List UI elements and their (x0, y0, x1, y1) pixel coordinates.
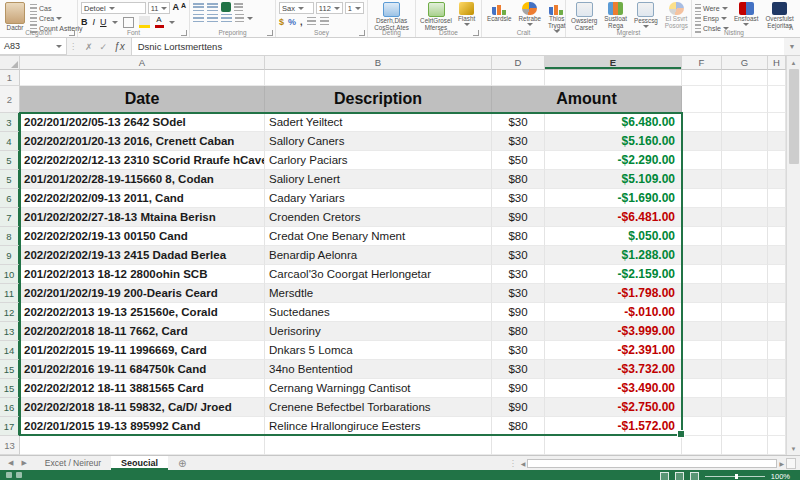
column-header-f[interactable]: F (682, 56, 722, 70)
cell[interactable] (682, 227, 722, 246)
amount-cell[interactable]: -$3.490.00 (545, 379, 682, 398)
description-cell[interactable]: Cernang Warningg Cantisot (265, 379, 492, 398)
row-header[interactable]: 5 (0, 151, 20, 170)
amount-cell[interactable]: -$.010.00 (545, 303, 682, 322)
description-cell[interactable]: 34no Bententiod (265, 360, 492, 379)
cell[interactable] (768, 417, 786, 436)
cell[interactable] (722, 322, 768, 341)
cell[interactable] (722, 265, 768, 284)
date-cell[interactable]: 201/201/202/28-19-115660 8, Codan (20, 170, 265, 189)
description-cell[interactable]: Relince Hrallongiruce Eesters (265, 417, 492, 436)
column-header-e[interactable]: E (545, 56, 682, 70)
column-header-b[interactable]: B (265, 56, 492, 70)
pivot-button-2[interactable]: Sustioat Rega (602, 2, 629, 30)
horizontal-scrollbar[interactable]: ⋮ ◀ ▶ (507, 456, 800, 470)
cell[interactable] (265, 436, 492, 455)
bold-button[interactable]: B (81, 17, 88, 27)
underline-button[interactable]: U (100, 17, 107, 27)
date-cell[interactable]: 202/202/2018 18-11 7662, Card (20, 322, 265, 341)
cell[interactable] (682, 151, 722, 170)
row-header[interactable]: 6 (0, 189, 20, 208)
d-value-cell[interactable]: $90 (492, 303, 545, 322)
zoom-slider[interactable] (705, 476, 765, 477)
percent-style-button[interactable]: % (288, 17, 296, 27)
cell[interactable] (768, 398, 786, 417)
cell[interactable] (768, 265, 786, 284)
d-value-cell[interactable]: $30 (492, 341, 545, 360)
cell[interactable] (722, 208, 768, 227)
align-right-button[interactable] (221, 14, 232, 23)
cell[interactable] (682, 284, 722, 303)
sheet-tab-1[interactable]: Excet / Neireur (35, 456, 111, 470)
dialog-launcher-icon[interactable] (267, 30, 273, 36)
format-table-button[interactable] (320, 17, 329, 26)
scroll-left-icon[interactable]: ◀ (521, 460, 526, 467)
paste-button[interactable]: Dacbr (3, 2, 27, 32)
prev-sheet-icon[interactable]: ◀ (8, 459, 13, 467)
font-size-select[interactable]: 11 (148, 2, 171, 14)
next-sheet-icon[interactable]: ▶ (21, 459, 26, 467)
cell[interactable] (768, 360, 786, 379)
cell[interactable] (768, 189, 786, 208)
cell[interactable] (722, 341, 768, 360)
page-break-view-icon[interactable] (690, 472, 699, 480)
cell[interactable] (682, 70, 722, 86)
cell[interactable] (682, 417, 722, 436)
date-cell[interactable]: 201/202/202/27-18-13 Mtaina Berisn (20, 208, 265, 227)
cell[interactable] (722, 132, 768, 151)
pivot-button-1[interactable]: Owssierg Carset (569, 2, 599, 32)
cell[interactable] (682, 303, 722, 322)
cell[interactable] (768, 322, 786, 341)
cell[interactable] (722, 398, 768, 417)
row-header[interactable]: 9 (0, 246, 20, 265)
name-box[interactable]: A83 (0, 38, 67, 55)
macro-record-icon[interactable] (6, 472, 12, 478)
date-cell[interactable]: 202/202/202/19-13 00150 Cand (20, 227, 265, 246)
amount-cell[interactable]: -$2.290.00 (545, 151, 682, 170)
cell[interactable] (20, 70, 265, 86)
cell[interactable] (545, 70, 682, 86)
cell[interactable] (768, 113, 786, 132)
select-all-corner[interactable] (0, 56, 20, 70)
cell[interactable] (768, 86, 786, 113)
cell[interactable] (545, 436, 682, 455)
date-cell[interactable]: 202/202/202/09-13 2011, Cand (20, 189, 265, 208)
date-cell[interactable]: 202/202/201/20-13 2016, Crenett Caban (20, 132, 265, 151)
cell[interactable] (682, 132, 722, 151)
cell[interactable] (722, 189, 768, 208)
description-cell[interactable]: Benardip Aelonra (265, 246, 492, 265)
cell[interactable] (682, 246, 722, 265)
cell[interactable] (722, 70, 768, 86)
borders-button[interactable] (123, 17, 134, 28)
header-description[interactable]: Description (265, 86, 492, 113)
row-header[interactable]: 5 (0, 170, 20, 189)
align-top-button[interactable] (193, 3, 204, 12)
amount-cell[interactable]: $.050.00 (545, 227, 682, 246)
cell[interactable] (768, 303, 786, 322)
cell[interactable] (768, 379, 786, 398)
chart-button-2[interactable]: Retrabe (517, 2, 543, 26)
cell[interactable] (768, 208, 786, 227)
description-cell[interactable]: Saliory Lenert (265, 170, 492, 189)
date-cell[interactable]: 202/201/2015 19-13 895992 Cand (20, 417, 265, 436)
amount-cell[interactable]: -$6.481.00 (545, 208, 682, 227)
date-cell[interactable]: 202/202/2012 18-11 3881565 Card (20, 379, 265, 398)
description-cell[interactable]: Credat One Benary Nment (265, 227, 492, 246)
description-cell[interactable]: Suctedanes (265, 303, 492, 322)
enter-button[interactable]: ✓ (100, 42, 108, 52)
cell[interactable] (682, 379, 722, 398)
align-middle-button[interactable] (207, 3, 218, 12)
merge-center-button[interactable] (235, 14, 244, 23)
cell[interactable] (768, 246, 786, 265)
expand-formula-bar-button[interactable]: ▼ (784, 38, 800, 55)
cell[interactable] (768, 70, 786, 86)
cell[interactable] (768, 436, 786, 455)
column-header-g[interactable]: G (722, 56, 768, 70)
amount-cell[interactable]: -$2.750.00 (545, 398, 682, 417)
header-amount[interactable]: Amount (492, 86, 682, 113)
cell[interactable] (722, 303, 768, 322)
cell[interactable] (722, 284, 768, 303)
page-layout-view-icon[interactable] (675, 472, 684, 480)
zoom-level[interactable]: 100% (771, 472, 790, 480)
date-cell[interactable]: 202/201/202/19-19 200-Dearis Ceard (20, 284, 265, 303)
